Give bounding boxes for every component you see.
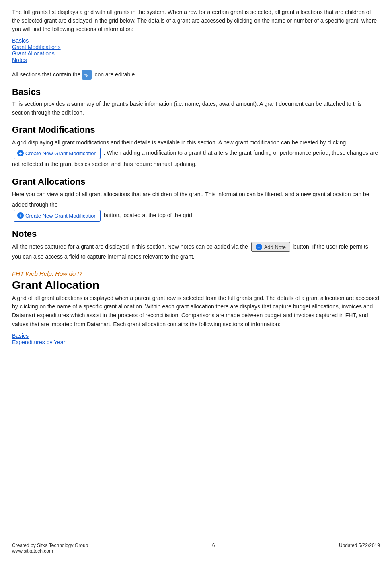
toc-item-basics[interactable]: Basics (12, 37, 380, 44)
footer-page-number: 6 (212, 543, 215, 554)
basics-section: Basics This section provides a summary o… (12, 87, 380, 117)
basics-body: This section provides a summary of the g… (12, 100, 380, 117)
create-new-grant-modification-button[interactable]: + Create New Grant Modification (14, 148, 101, 159)
grant-modifications-heading: Grant Modifications (12, 125, 380, 135)
plus-icon-2: + (17, 212, 24, 219)
notes-heading: Notes (12, 229, 380, 239)
editable-note: All sections that contain the icon are e… (12, 70, 380, 80)
editable-note-suffix: icon are editable. (93, 70, 136, 80)
grant-allocation-heading: Grant Allocation (12, 279, 380, 292)
notes-prefix: All the notes captured for a grant are d… (12, 243, 248, 250)
basics-heading: Basics (12, 87, 380, 97)
grant-allocation-full-section: Grant Allocation A grid of all grant all… (12, 279, 380, 329)
grant-modifications-prefix: A grid displaying all grant modification… (12, 139, 346, 146)
grant-allocations-suffix: button, located at the top of the grid. (104, 212, 194, 218)
footer: Created by Sitka Technology Group www.si… (0, 543, 392, 554)
edit-icon (82, 70, 92, 80)
bottom-toc-item-expenditures[interactable]: Expenditures by Year (12, 339, 380, 345)
bottom-toc-item-basics[interactable]: Basics (12, 333, 380, 339)
footer-left: Created by Sitka Technology Group www.si… (12, 543, 88, 554)
grant-allocations-prefix: Here you can view a grid of all grant al… (12, 191, 369, 208)
grant-allocations-heading: Grant Allocations (12, 177, 380, 187)
plus-icon-3: + (256, 244, 262, 250)
create-new-grant-allocation-label: Create New Grant Modification (25, 211, 97, 220)
footer-company: Created by Sitka Technology Group (12, 543, 88, 548)
intro-paragraph: The full grants list displays a grid wit… (12, 8, 380, 33)
toc-item-grant-allocations[interactable]: Grant Allocations (12, 50, 380, 57)
notes-section: Notes All the notes captured for a grant… (12, 229, 380, 262)
add-note-button[interactable]: + Add Note (251, 242, 290, 252)
editable-note-prefix: All sections that contain the (12, 70, 80, 80)
create-new-grant-allocation-button[interactable]: + Create New Grant Modification (14, 210, 101, 222)
grant-modifications-section: Grant Modifications A grid displaying al… (12, 125, 380, 170)
grant-allocations-section: Grant Allocations Here you can view a gr… (12, 177, 380, 222)
grant-modifications-body: A grid displaying all grant modification… (12, 138, 380, 170)
footer-url: www.sitkatech.com (12, 548, 88, 554)
toc-item-notes[interactable]: Notes (12, 57, 380, 63)
create-new-grant-modification-label: Create New Grant Modification (25, 149, 97, 158)
fht-subheading: FHT Web Help: How do I? (12, 270, 380, 277)
grant-allocation-body: A grid of all grant allocations is displ… (12, 294, 380, 329)
add-note-label: Add Note (264, 244, 286, 250)
grant-allocations-body: Here you can view a grid of all grant al… (12, 189, 380, 222)
notes-body: All the notes captured for a grant are d… (12, 242, 380, 262)
table-of-contents: Basics Grant Modifications Grant Allocat… (12, 37, 380, 63)
footer-updated: Updated 5/22/2019 (339, 543, 380, 554)
toc-item-grant-modifications[interactable]: Grant Modifications (12, 44, 380, 50)
plus-icon: + (17, 150, 24, 156)
bottom-table-of-contents: Basics Expenditures by Year (12, 333, 380, 345)
